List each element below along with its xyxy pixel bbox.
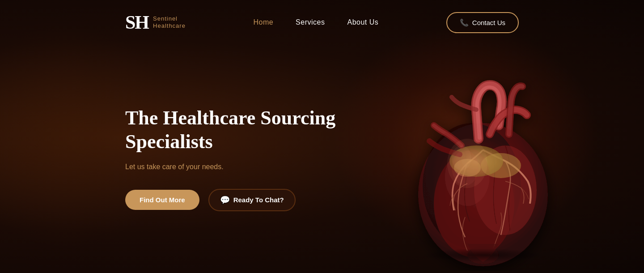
heart-svg [389,51,577,271]
hero-subtitle: Let us take care of your needs. [125,163,340,171]
phone-icon: 📞 [460,18,469,27]
hero-buttons: Find Out More 💬 Ready To Chat? [125,189,340,211]
heart-svg-wrapper [389,51,577,266]
svg-point-11 [452,145,471,171]
nav-about-link[interactable]: About Us [347,18,378,26]
heart-shadow [420,248,546,262]
nav-item-services[interactable]: Services [296,18,325,26]
logo[interactable]: SH Sentinel Healthcare [125,13,186,32]
logo-sh: SH [125,13,148,32]
navbar: SH Sentinel Healthcare Home Services Abo… [0,0,644,45]
chat-label: Ready To Chat? [233,196,284,204]
page-wrapper: SH Sentinel Healthcare Home Services Abo… [0,0,644,273]
logo-healthcare: Healthcare [153,22,186,30]
contact-label: Contact Us [472,19,505,26]
logo-sentinel: Sentinel [153,15,186,22]
nav-home-link[interactable]: Home [253,18,273,26]
chat-icon: 💬 [220,195,230,205]
logo-text: Sentinel Healthcare [153,15,186,29]
contact-button[interactable]: 📞 Contact Us [446,12,519,33]
nav-item-home[interactable]: Home [253,18,273,26]
hero-content: The Healthcare Sourcing Specialists Let … [125,107,340,211]
nav-services-link[interactable]: Services [296,18,325,26]
heart-image [389,51,577,266]
ready-to-chat-button[interactable]: 💬 Ready To Chat? [208,189,296,211]
nav-links: Home Services About Us [253,18,378,26]
nav-item-about[interactable]: About Us [347,18,378,26]
find-out-more-button[interactable]: Find Out More [125,190,199,210]
hero-section: The Healthcare Sourcing Specialists Let … [0,45,644,273]
hero-title: The Healthcare Sourcing Specialists [125,107,340,154]
